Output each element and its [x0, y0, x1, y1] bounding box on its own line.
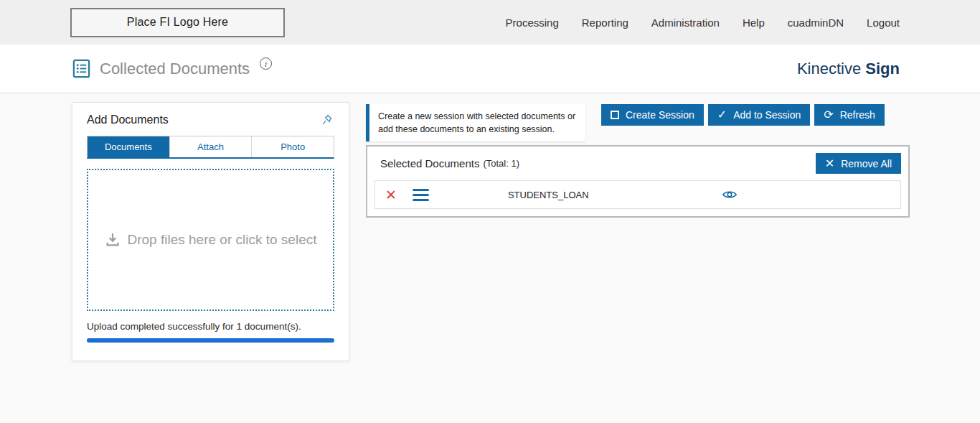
add-documents-tabs: Documents Attach Photo: [87, 136, 334, 159]
refresh-button[interactable]: ⟳ Refresh: [814, 104, 884, 126]
check-icon: ✓: [717, 109, 727, 121]
tab-attach[interactable]: Attach: [169, 136, 252, 157]
document-name: STUDENTS_LOAN: [508, 190, 589, 200]
fi-logo-text: Place FI Logo Here: [127, 16, 228, 29]
create-session-label: Create Session: [626, 109, 694, 121]
selected-documents-title: Selected Documents: [380, 157, 479, 169]
document-row: ✕ STUDENTS_LOAN: [374, 180, 901, 209]
session-info-note: Create a new session with selected docum…: [366, 104, 585, 141]
collected-documents-icon: [72, 59, 91, 78]
add-to-session-label: Add to Session: [733, 109, 801, 121]
nav-item-administration[interactable]: Administration: [651, 17, 720, 29]
selected-documents-total: (Total: 1): [483, 158, 519, 169]
create-session-button[interactable]: Create Session: [601, 104, 704, 126]
header-bar: Collected Documents i Kinective Sign: [0, 45, 980, 93]
refresh-icon: ⟳: [824, 109, 833, 121]
top-navigation: Processing Reporting Administration Help…: [506, 17, 900, 29]
download-icon: [105, 232, 121, 248]
session-actions: Create Session ✓ Add to Session ⟳ Refres…: [601, 104, 885, 126]
add-to-session-button[interactable]: ✓ Add to Session: [708, 104, 811, 126]
nav-item-processing[interactable]: Processing: [506, 17, 559, 29]
main-content: Add Documents Documents Attach Photo Dro…: [0, 93, 980, 423]
nav-item-user[interactable]: cuadminDN: [788, 17, 844, 29]
remove-all-label: Remove All: [841, 158, 892, 169]
dropzone-text: Drop files here or click to select: [128, 232, 317, 248]
brand-second: Sign: [865, 60, 900, 78]
tab-photo[interactable]: Photo: [251, 136, 334, 157]
nav-item-help[interactable]: Help: [743, 17, 765, 29]
upload-progress-bar: [87, 338, 334, 343]
refresh-label: Refresh: [840, 109, 875, 121]
square-icon: [611, 111, 619, 119]
selected-documents-panel: Selected Documents (Total: 1) ✕ Remove A…: [366, 145, 910, 218]
nav-item-reporting[interactable]: Reporting: [582, 17, 628, 29]
pin-icon[interactable]: [320, 113, 334, 127]
top-bar: Place FI Logo Here Processing Reporting …: [0, 0, 980, 45]
upload-status-text: Upload completed successfully for 1 docu…: [87, 321, 334, 332]
file-dropzone[interactable]: Drop files here or click to select: [87, 169, 334, 311]
add-documents-title: Add Documents: [87, 113, 169, 126]
remove-all-x-icon: ✕: [825, 158, 834, 169]
add-documents-card: Add Documents Documents Attach Photo Dro…: [72, 102, 349, 361]
nav-item-logout[interactable]: Logout: [867, 17, 900, 29]
tab-documents[interactable]: Documents: [88, 136, 169, 157]
brand-first: Kinective: [797, 60, 861, 78]
info-icon[interactable]: i: [260, 57, 272, 70]
add-documents-header: Add Documents: [87, 113, 334, 127]
preview-eye-icon[interactable]: [722, 187, 738, 203]
remove-all-button[interactable]: ✕ Remove All: [816, 153, 901, 174]
selected-documents-header: Selected Documents (Total: 1) ✕ Remove A…: [367, 147, 908, 180]
page-title: Collected Documents: [100, 60, 250, 78]
drag-handle-icon[interactable]: [413, 189, 429, 201]
brand-logo: Kinective Sign: [797, 60, 900, 78]
fi-logo-placeholder: Place FI Logo Here: [70, 8, 285, 37]
remove-document-icon[interactable]: ✕: [385, 188, 397, 202]
